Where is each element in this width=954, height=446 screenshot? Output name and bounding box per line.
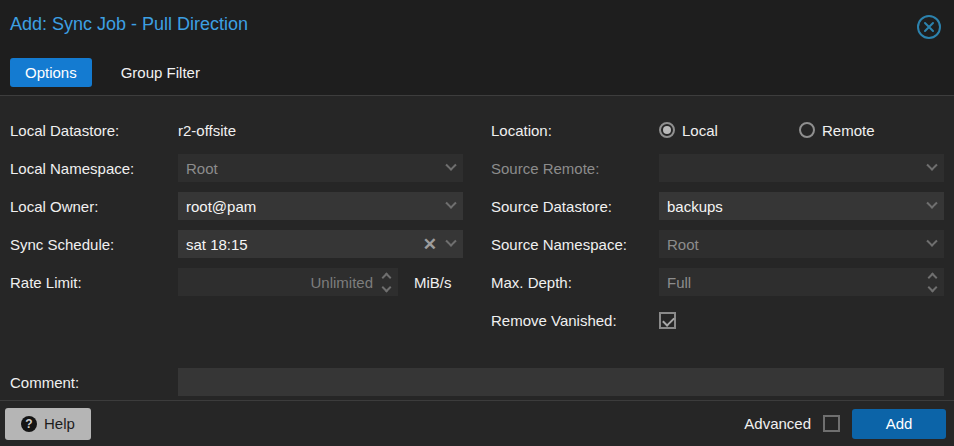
remove-vanished-label: Remove Vanished:	[491, 312, 659, 329]
local-owner-label: Local Owner:	[10, 198, 178, 215]
advanced-checkbox[interactable]	[823, 415, 840, 432]
radio-remote-label: Remote	[822, 122, 875, 139]
tab-bar: Options Group Filter	[0, 52, 954, 96]
source-datastore-label: Source Datastore:	[491, 198, 659, 215]
sync-schedule-label: Sync Schedule:	[10, 236, 178, 253]
row-rate-limit: Rate Limit: MiB/s	[10, 268, 463, 296]
source-namespace-label: Source Namespace:	[491, 236, 659, 253]
chevron-down-icon	[926, 160, 937, 171]
rate-limit-input[interactable]	[186, 274, 373, 291]
location-label: Location:	[491, 122, 659, 139]
chevron-down-icon[interactable]	[445, 198, 456, 209]
close-icon	[916, 14, 942, 40]
local-owner-value: root@pam	[186, 198, 437, 215]
local-namespace-label: Local Namespace:	[10, 160, 178, 177]
row-comment: Comment:	[0, 368, 954, 396]
local-owner-combo[interactable]: root@pam	[178, 192, 463, 220]
chevron-down-icon	[445, 160, 456, 171]
source-datastore-value: backups	[667, 198, 918, 215]
row-source-namespace: Source Namespace: Root	[491, 230, 944, 258]
form-column-right: Location: Local Remote Source Remote: So…	[491, 116, 944, 344]
sync-job-dialog: { "dialog": { "title": "Add: Sync Job - …	[0, 0, 954, 446]
row-local-owner: Local Owner: root@pam	[10, 192, 463, 220]
spinner-icon	[929, 274, 936, 291]
row-location: Location: Local Remote	[491, 116, 944, 144]
source-remote-label: Source Remote:	[491, 160, 659, 177]
rate-limit-label: Rate Limit:	[10, 274, 178, 291]
help-button[interactable]: ? Help	[5, 408, 91, 440]
tab-options[interactable]: Options	[10, 58, 92, 87]
row-max-depth: Max. Depth: Full	[491, 268, 944, 296]
source-remote-combo	[659, 154, 944, 182]
spinner-icon[interactable]	[383, 274, 390, 291]
radio-remote[interactable]: Remote	[799, 122, 939, 139]
location-radio-group: Local Remote	[659, 122, 939, 139]
chevron-down-icon	[926, 236, 937, 247]
comment-input[interactable]	[178, 368, 944, 396]
sync-schedule-value: sat 18:15	[186, 236, 415, 253]
rate-limit-unit: MiB/s	[414, 274, 452, 291]
row-sync-schedule: Sync Schedule: sat 18:15 ✕	[10, 230, 463, 258]
help-icon: ?	[21, 416, 37, 432]
help-button-label: Help	[44, 415, 75, 432]
source-namespace-combo: Root	[659, 230, 944, 258]
rate-limit-field[interactable]	[178, 268, 398, 296]
sync-schedule-combo[interactable]: sat 18:15 ✕	[178, 230, 463, 258]
radio-icon	[799, 122, 815, 138]
max-depth-value: Full	[667, 274, 919, 291]
chevron-down-icon[interactable]	[445, 236, 456, 247]
local-datastore-label: Local Datastore:	[10, 122, 178, 139]
comment-label: Comment:	[10, 374, 178, 391]
add-button[interactable]: Add	[852, 409, 946, 439]
clear-icon[interactable]: ✕	[423, 236, 437, 253]
radio-local-label: Local	[682, 122, 718, 139]
local-namespace-value: Root	[186, 160, 437, 177]
row-source-remote: Source Remote:	[491, 154, 944, 182]
source-datastore-combo[interactable]: backups	[659, 192, 944, 220]
footer-right: Advanced Add	[744, 409, 946, 439]
row-source-datastore: Source Datastore: backups	[491, 192, 944, 220]
form-column-left: Local Datastore: r2-offsite Local Namesp…	[10, 116, 463, 344]
dialog-header: Add: Sync Job - Pull Direction	[0, 0, 954, 52]
advanced-label: Advanced	[744, 415, 811, 432]
max-depth-label: Max. Depth:	[491, 274, 659, 291]
dialog-title: Add: Sync Job - Pull Direction	[10, 13, 248, 35]
row-local-datastore: Local Datastore: r2-offsite	[10, 116, 463, 144]
local-namespace-combo: Root	[178, 154, 463, 182]
dialog-footer: ? Help Advanced Add	[0, 400, 954, 446]
close-button[interactable]	[916, 14, 942, 44]
radio-icon	[659, 122, 675, 138]
row-local-namespace: Local Namespace: Root	[10, 154, 463, 182]
remove-vanished-checkbox[interactable]	[659, 312, 676, 329]
tab-group-filter[interactable]: Group Filter	[106, 58, 215, 87]
row-remove-vanished: Remove Vanished:	[491, 306, 944, 334]
source-namespace-value: Root	[667, 236, 918, 253]
radio-local[interactable]: Local	[659, 122, 799, 139]
max-depth-field: Full	[659, 268, 944, 296]
local-datastore-value: r2-offsite	[178, 122, 236, 139]
chevron-down-icon[interactable]	[926, 198, 937, 209]
form-body: Local Datastore: r2-offsite Local Namesp…	[0, 96, 954, 344]
